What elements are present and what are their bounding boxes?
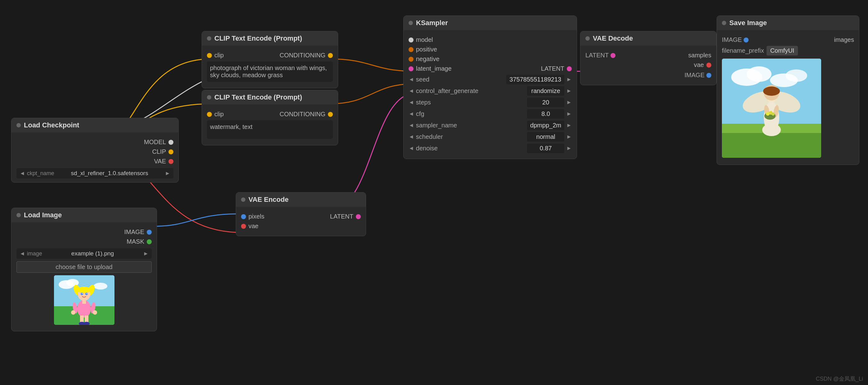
vae-encode-title: VAE Encode — [248, 196, 288, 204]
seed-value: 375785551189213 — [506, 75, 564, 84]
cag-value: randomize — [527, 86, 564, 96]
clip-text-area-1[interactable]: photograph of victorian woman with wings… — [207, 61, 333, 82]
vae-decode-vae-in[interactable] — [706, 63, 711, 68]
vae-decode-samples-label: samples — [688, 52, 711, 59]
denoise-label: denoise — [416, 145, 525, 152]
cag-label: control_after_generate — [416, 88, 525, 95]
steps-label: steps — [416, 99, 525, 106]
load-image-mask-port[interactable] — [147, 239, 152, 244]
denoise-arrow-right[interactable]: ► — [566, 145, 572, 152]
seed-arrow-left[interactable]: ◄ — [409, 76, 414, 83]
ksampler-model-label: model — [416, 36, 433, 43]
vae-decode-dot — [585, 36, 590, 41]
clip-port[interactable] — [168, 150, 174, 154]
conditioning-out-label-2: CONDITIONING — [280, 111, 326, 118]
cag-arrow-left[interactable]: ◄ — [409, 88, 414, 94]
clip-in-port-1[interactable] — [207, 53, 212, 58]
ksampler-latent-out-port[interactable] — [567, 66, 572, 71]
svg-point-4 — [785, 69, 807, 82]
clip-encode-1-dot — [207, 36, 211, 41]
clip-in-label-2: clip — [214, 111, 224, 118]
svg-rect-33 — [82, 299, 86, 304]
vae-decode-node: VAE Decode LATENT samples vae IMAGE — [580, 31, 717, 85]
load-image-node: Load Image IMAGE MASK ◄ image example (1… — [11, 208, 157, 331]
sampler-arrow-left[interactable]: ◄ — [409, 122, 414, 129]
svg-point-18 — [772, 113, 775, 116]
upload-button[interactable]: choose file to upload — [17, 261, 152, 273]
filename-prefix-value[interactable]: ComfyUI — [767, 46, 798, 56]
svg-point-31 — [86, 293, 87, 294]
clip-text-encode-1-node: CLIP Text Encode (Prompt) clip CONDITION… — [202, 31, 338, 88]
ksampler-positive-label: positive — [416, 46, 437, 53]
image-param-label: image — [27, 251, 42, 257]
ckpt-param-row: ◄ ckpt_name sd_xl_refiner_1.0.safetensor… — [17, 168, 174, 179]
scheduler-arrow-left[interactable]: ◄ — [409, 134, 414, 140]
svg-point-27 — [77, 287, 91, 293]
denoise-value: 0.87 — [527, 143, 564, 153]
image-out-label: IMAGE — [685, 72, 705, 79]
conditioning-out-port-1[interactable] — [328, 53, 333, 58]
ksampler-title: KSampler — [416, 19, 448, 27]
image-in-connector-label: IMAGE — [722, 36, 742, 43]
cfg-arrow-left[interactable]: ◄ — [409, 111, 414, 117]
vae-encode-pixels-label: pixels — [248, 213, 264, 220]
steps-value: 20 — [527, 98, 564, 107]
load-image-dot — [17, 213, 21, 217]
ksampler-model-port[interactable] — [409, 37, 413, 42]
clip-text-area-2[interactable]: watermark, text — [207, 120, 333, 139]
conditioning-out-label-1: CONDITIONING — [280, 52, 326, 59]
vae-port[interactable] — [168, 159, 174, 164]
cag-arrow-right[interactable]: ► — [566, 88, 572, 94]
vae-decode-header: VAE Decode — [581, 31, 716, 45]
denoise-arrow-left[interactable]: ◄ — [409, 145, 414, 152]
image-arrow-left[interactable]: ◄ — [20, 251, 25, 257]
ksampler-negative-port[interactable] — [409, 57, 413, 62]
watermark: CSDN @金凤凰_Li — [816, 375, 863, 383]
vae-encode-latent-label: LATENT — [330, 213, 353, 220]
ksampler-steps-row: ◄ steps 20 ► — [409, 98, 572, 107]
ksampler-cfg-row: ◄ cfg 8.0 ► — [409, 109, 572, 119]
load-image-title: Load Image — [24, 211, 62, 219]
ckpt-arrow-left[interactable]: ◄ — [20, 170, 25, 177]
ksampler-positive-port[interactable] — [409, 47, 413, 52]
svg-point-12 — [762, 124, 781, 136]
sampler-label: sampler_name — [416, 122, 525, 129]
save-image-in[interactable] — [744, 37, 749, 42]
cfg-arrow-right[interactable]: ► — [566, 111, 572, 117]
clip-in-label-1: clip — [214, 52, 224, 59]
vae-encode-pixels-in[interactable] — [241, 214, 246, 219]
vae-encode-vae-in[interactable] — [241, 224, 246, 229]
vae-decode-samples-in[interactable] — [611, 53, 616, 58]
vae-port-label: VAE — [154, 158, 166, 165]
seed-arrow-right[interactable]: ► — [566, 76, 572, 83]
cfg-label: cfg — [416, 110, 525, 118]
ckpt-name-label: ckpt_name — [27, 170, 54, 177]
clip-in-port-2[interactable] — [207, 112, 212, 117]
steps-arrow-right[interactable]: ► — [566, 99, 572, 106]
clip-port-label: CLIP — [152, 148, 166, 155]
ksampler-latent-out-label: LATENT — [541, 65, 564, 72]
vae-encode-node: VAE Encode pixels LATENT vae — [236, 192, 366, 236]
ksampler-scheduler-row: ◄ scheduler normal ► — [409, 132, 572, 142]
vae-encode-latent-out[interactable] — [356, 214, 361, 219]
load-checkpoint-dot — [17, 123, 21, 127]
vae-decode-image-out[interactable] — [706, 73, 711, 78]
ckpt-arrow-right[interactable]: ► — [165, 170, 170, 177]
svg-point-11 — [763, 87, 780, 96]
ksampler-cag-row: ◄ control_after_generate randomize ► — [409, 86, 572, 96]
image-param-value: example (1).png — [44, 250, 141, 257]
ksampler-latent-port[interactable] — [409, 66, 413, 71]
vae-encode-header: VAE Encode — [236, 193, 366, 207]
svg-point-22 — [94, 283, 107, 290]
sampler-arrow-right[interactable]: ► — [566, 122, 572, 129]
conditioning-out-port-2[interactable] — [328, 112, 333, 117]
steps-arrow-left[interactable]: ◄ — [409, 99, 414, 106]
image-arrow-right[interactable]: ► — [143, 251, 149, 257]
save-image-node: Save Image IMAGE images filename_prefix … — [717, 15, 859, 165]
load-image-out-port[interactable] — [147, 230, 152, 235]
scheduler-arrow-right[interactable]: ► — [566, 134, 572, 140]
filename-prefix-row: filename_prefix ComfyUI — [722, 46, 854, 56]
save-image-images-label: images — [834, 36, 854, 43]
load-image-out-label: IMAGE — [124, 228, 144, 235]
model-port[interactable] — [168, 140, 174, 145]
